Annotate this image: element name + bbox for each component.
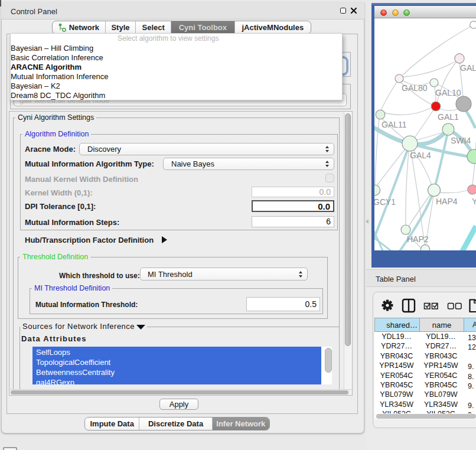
svg-text:HAP2: HAP2 — [407, 234, 429, 244]
svg-text:HAP4: HAP4 — [436, 197, 458, 206]
svg-text:GAL10: GAL10 — [435, 88, 461, 97]
svg-text:GAL: GAL — [460, 63, 476, 73]
svg-text:SWI4: SWI4 — [451, 136, 471, 145]
svg-text:Y: Y — [472, 197, 476, 206]
svg-text:GAL1: GAL1 — [438, 112, 459, 122]
svg-text:GAL11: GAL11 — [382, 120, 407, 129]
svg-text:GAL80: GAL80 — [402, 83, 428, 93]
svg-text:GAL4: GAL4 — [410, 151, 431, 160]
svg-text:GCY1: GCY1 — [374, 197, 396, 207]
